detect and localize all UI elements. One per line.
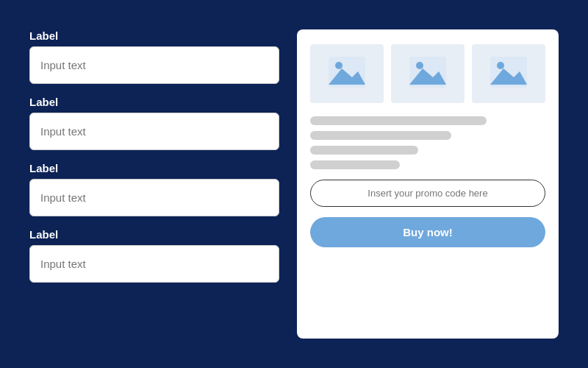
image-icon-2 — [409, 57, 446, 91]
skeleton-line-1 — [310, 116, 487, 125]
image-placeholder-3 — [472, 44, 545, 103]
svg-point-7 — [497, 62, 504, 69]
field-input-1[interactable] — [29, 46, 279, 84]
field-input-2[interactable] — [29, 113, 279, 150]
field-group-1: Label — [29, 29, 279, 84]
field-input-4[interactable] — [29, 245, 279, 283]
field-label-2: Label — [29, 96, 279, 108]
buy-now-button[interactable]: Buy now! — [310, 217, 545, 247]
skeleton-lines — [310, 116, 545, 169]
image-icon-1 — [329, 57, 365, 91]
right-panel: Buy now! — [297, 29, 559, 339]
field-group-3: Label — [29, 162, 279, 216]
svg-point-4 — [416, 62, 423, 69]
field-label-3: Label — [29, 162, 279, 174]
promo-code-input[interactable] — [310, 180, 545, 207]
main-container: Label Label Label Label — [15, 15, 573, 353]
image-placeholder-1 — [310, 44, 384, 103]
skeleton-line-4 — [310, 160, 400, 169]
skeleton-line-2 — [310, 131, 451, 140]
field-group-2: Label — [29, 96, 279, 150]
field-label-1: Label — [29, 29, 279, 42]
image-placeholder-2 — [391, 44, 465, 103]
field-label-4: Label — [29, 228, 279, 241]
field-input-3[interactable] — [29, 179, 279, 216]
field-group-4: Label — [29, 228, 279, 283]
left-panel: Label Label Label Label — [29, 29, 279, 339]
image-icon-3 — [490, 57, 527, 91]
skeleton-line-3 — [310, 146, 418, 155]
image-row — [310, 44, 545, 103]
svg-point-1 — [335, 62, 343, 69]
